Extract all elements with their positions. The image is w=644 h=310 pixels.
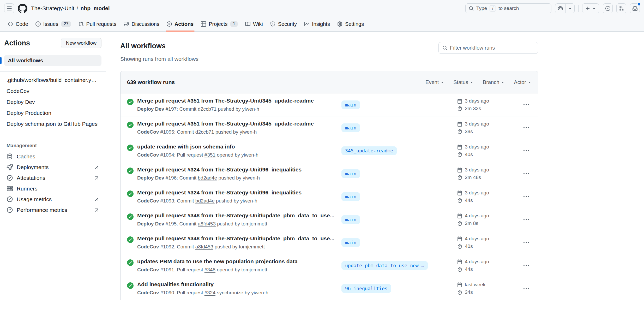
run-subtitle-text: #195: Commit	[164, 221, 198, 226]
breadcrumb-org-link[interactable]: The-Strategy-Unit	[31, 5, 74, 11]
pull-requests-header-button[interactable]	[616, 3, 626, 13]
inbox-button[interactable]	[630, 3, 640, 13]
branch-badge[interactable]: main	[341, 215, 360, 224]
run-title-link[interactable]: Add inequalities functionality	[137, 281, 338, 288]
workflow-name-link[interactable]: Deploy Dev	[137, 221, 164, 226]
tab-projects[interactable]: Projects 1	[197, 17, 242, 31]
commit-or-pr-link[interactable]: #348	[204, 267, 215, 272]
sidebar-item-usage-metrics[interactable]: Usage metrics	[4, 194, 101, 205]
sidebar-item-attestations[interactable]: Attestations	[4, 172, 101, 183]
sidebar-workflow-link[interactable]: CodeCov	[4, 86, 101, 97]
branch-badge[interactable]: main	[341, 100, 360, 109]
sidebar-workflow-link[interactable]: Deploy schema.json to GitHub Pages	[4, 118, 101, 129]
tab-pull-requests[interactable]: Pull requests	[75, 17, 120, 31]
workflow-name-link[interactable]: CodeCov	[137, 129, 159, 135]
book-icon	[245, 21, 250, 27]
copilot-dropdown-button[interactable]	[565, 4, 574, 13]
filter-workflow-runs-input[interactable]	[450, 45, 534, 51]
hamburger-menu-button[interactable]	[4, 3, 14, 13]
run-title-link[interactable]: updates PBM data to use the new populati…	[137, 258, 338, 265]
filter-dropdown-button[interactable]: Branch	[483, 79, 504, 85]
tab-discussions[interactable]: Discussions	[120, 17, 163, 31]
kebab-menu-button[interactable]	[521, 237, 531, 248]
commit-or-pr-link[interactable]: #324	[204, 290, 215, 295]
commit-or-pr-link[interactable]: #351	[204, 152, 215, 158]
kebab-menu-button[interactable]	[521, 100, 531, 110]
branch-badge[interactable]: main	[341, 169, 360, 178]
kebab-menu-button[interactable]	[521, 283, 531, 294]
workflow-name-link[interactable]: CodeCov	[137, 198, 159, 204]
issues-counter-badge: 27	[61, 21, 71, 27]
kebab-menu-button[interactable]	[521, 169, 531, 179]
branch-cell: 96_inequalities	[341, 284, 454, 293]
commit-or-pr-link[interactable]: d2ccb71	[195, 129, 214, 135]
commit-or-pr-link[interactable]: bd2ad4e	[198, 175, 217, 181]
calendar-icon	[457, 259, 462, 264]
workflow-name-link[interactable]: Deploy Dev	[137, 175, 164, 181]
run-title-link[interactable]: Merge pull request #324 from The-Strateg…	[137, 166, 338, 173]
tab-actions[interactable]: Actions	[163, 17, 197, 31]
branch-badge[interactable]: main	[341, 238, 360, 247]
tab-insights[interactable]: Insights	[300, 17, 334, 31]
workflow-name-link[interactable]: Deploy Dev	[137, 106, 164, 112]
run-text-block: Merge pull request #351 from The-Strateg…	[137, 121, 338, 135]
filter-dropdown-label: Branch	[483, 79, 499, 85]
copilot-button[interactable]	[555, 4, 565, 13]
sidebar-workflow-link[interactable]: Deploy Production	[4, 108, 101, 118]
triangle-down-icon	[501, 81, 504, 84]
run-title-link[interactable]: Merge pull request #348 from The-Strateg…	[137, 235, 338, 242]
filter-dropdown-button[interactable]: Actor	[514, 79, 531, 85]
new-workflow-button[interactable]: New workflow	[61, 38, 101, 48]
sidebar-workflow-link[interactable]: .github/workflows/build_container.yaml	[4, 75, 101, 86]
run-title-link[interactable]: Merge pull request #351 from The-Strateg…	[137, 98, 338, 104]
workflow-runs-panel: 639 workflow runs Event Status Branch Ac…	[120, 71, 538, 300]
commit-or-pr-link[interactable]: a8fd453	[195, 244, 213, 249]
run-title-link[interactable]: update readme with json schema info	[137, 144, 338, 150]
kebab-menu-button[interactable]	[521, 260, 531, 271]
commit-or-pr-link[interactable]: a8fd453	[198, 221, 216, 226]
commit-or-pr-link[interactable]: bd2ad4e	[195, 198, 215, 204]
global-search-input[interactable]: Type / to search	[465, 3, 551, 13]
run-subtitle: CodeCov #1092: Commit a8fd453 pushed by …	[137, 244, 338, 250]
run-title-link[interactable]: Merge pull request #324 from The-Strateg…	[137, 189, 338, 196]
kebab-menu-button[interactable]	[521, 146, 531, 156]
sidebar-item-deployments[interactable]: Deployments	[4, 162, 101, 172]
workflow-name-link[interactable]: CodeCov	[137, 290, 159, 295]
github-logo[interactable]	[18, 4, 27, 13]
breadcrumb-repo-link[interactable]: nhp_model	[81, 5, 110, 11]
copilot-button-group	[555, 3, 575, 13]
workflow-name-link[interactable]: CodeCov	[137, 267, 159, 272]
tab-security[interactable]: Security	[267, 17, 300, 31]
tab-settings[interactable]: Settings	[334, 17, 368, 31]
workflow-name-link[interactable]: CodeCov	[137, 152, 159, 158]
kebab-menu-button[interactable]	[521, 192, 531, 202]
workflow-name-link[interactable]: CodeCov	[137, 244, 159, 249]
run-title-link[interactable]: Merge pull request #351 from The-Strateg…	[137, 121, 338, 127]
tab-code[interactable]: Code	[4, 17, 32, 31]
sidebar-item-runners[interactable]: Runners	[4, 183, 101, 194]
tab-issues[interactable]: Issues 27	[32, 17, 75, 31]
filter-dropdown-button[interactable]: Event	[425, 79, 444, 85]
sidebar-workflow-link[interactable]: Deploy Dev	[4, 97, 101, 108]
branch-badge[interactable]: 345_update-readme	[341, 146, 397, 155]
filter-dropdown-button[interactable]: Status	[453, 79, 473, 85]
branch-badge[interactable]: main	[341, 123, 360, 132]
sidebar-item-all-workflows[interactable]: All workflows	[4, 55, 101, 66]
runs-count-label: 639 workflow runs	[127, 79, 175, 85]
branch-badge[interactable]: main	[341, 192, 360, 201]
workflow-list: .github/workflows/build_container.yamlCo…	[4, 75, 101, 129]
issues-header-button[interactable]	[603, 3, 613, 13]
kebab-menu-button[interactable]	[521, 123, 531, 133]
filter-dropdown-label: Actor	[514, 79, 526, 85]
branch-badge[interactable]: update_pbm_data_to_use_new_…	[341, 261, 428, 270]
create-new-button[interactable]	[582, 3, 599, 13]
run-title-link[interactable]: Merge pull request #348 from The-Strateg…	[137, 212, 338, 219]
sidebar-item-caches[interactable]: Caches	[4, 151, 101, 162]
kebab-menu-button[interactable]	[521, 214, 531, 225]
run-text-block: Merge pull request #324 from The-Strateg…	[137, 166, 338, 181]
branch-badge[interactable]: 96_inequalities	[341, 284, 391, 293]
tab-wiki[interactable]: Wiki	[242, 17, 267, 31]
commit-or-pr-link[interactable]: d2ccb71	[198, 106, 216, 112]
sidebar-item-performance-metrics[interactable]: Performance metrics	[4, 205, 101, 215]
notification-dot	[637, 2, 641, 6]
